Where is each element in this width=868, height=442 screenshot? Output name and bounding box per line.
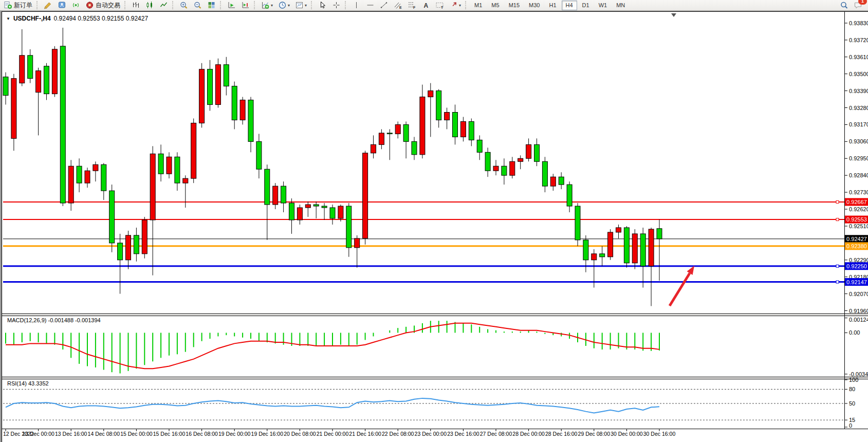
candle-body (44, 66, 49, 94)
auto-scroll-button[interactable] (225, 0, 238, 11)
timeframe-m5-button[interactable]: M5 (487, 1, 503, 10)
zoom-in-button[interactable] (177, 0, 190, 11)
candle-body (240, 100, 245, 120)
indicators-button[interactable]: ▾ (259, 0, 275, 11)
channel-button[interactable]: E (392, 0, 404, 11)
svg-text:F: F (413, 6, 416, 9)
timeframe-m30-button[interactable]: M30 (525, 1, 544, 10)
candle-body (338, 206, 343, 218)
notification-badge[interactable]: 1 (858, 0, 867, 5)
svg-text:T: T (441, 6, 444, 9)
candle-body (493, 166, 498, 171)
new-order-button[interactable]: 新订单 (2, 0, 34, 11)
trendline-button[interactable] (378, 0, 391, 11)
timeframe-h4-button[interactable]: H4 (562, 1, 577, 10)
candle-body (379, 133, 384, 144)
fibonacci-button[interactable]: F (405, 0, 418, 11)
label-button[interactable]: T (433, 0, 446, 11)
arrows-dropdown-icon[interactable]: ▾ (459, 3, 461, 8)
periods-button[interactable]: ▾ (276, 0, 292, 11)
chart-canvas[interactable]: 0.93830 0.93720 0.93610 0.93500 0.93390 … (2, 12, 868, 442)
crosshair-button[interactable] (330, 0, 343, 11)
cursor-button[interactable] (316, 0, 329, 11)
indicators-dropdown-icon[interactable]: ▾ (271, 3, 273, 8)
time-tick-label: 15 Dec 00:00 (120, 431, 153, 437)
timeframe-h1-button[interactable]: H1 (545, 1, 560, 10)
svg-text:0.92667: 0.92667 (846, 199, 867, 205)
candle-body (403, 124, 409, 141)
hline-handle[interactable] (836, 281, 839, 283)
new-order-label: 新订单 (14, 1, 32, 10)
candle-body (518, 158, 523, 161)
symbol-dropdown-icon[interactable]: ▼ (6, 16, 10, 21)
hline-handle[interactable] (836, 218, 839, 221)
timeframe-m1-button[interactable]: M1 (470, 1, 486, 10)
trendline-icon (380, 1, 389, 9)
hline-handle[interactable] (836, 265, 839, 267)
chart-candles-button[interactable] (143, 0, 156, 11)
price-tick-label: 0.92070 (849, 291, 868, 297)
timeframe-mn-button[interactable]: MN (612, 1, 629, 10)
templates-button[interactable]: ▾ (293, 0, 309, 11)
candle-body (428, 91, 433, 97)
terminal-button[interactable] (56, 0, 68, 11)
price-tick-label: 0.92730 (849, 189, 868, 195)
time-tick-label: 16 Dec 08:00 (186, 431, 218, 437)
candle-body (52, 49, 57, 94)
time-tick-label: 30 Dec 16:00 (643, 431, 676, 437)
signal-icon (71, 1, 80, 9)
price-tag-0.92380: 0.92380 (845, 242, 868, 250)
crayon-button[interactable] (42, 0, 54, 11)
arrows-button[interactable]: ▾ (447, 0, 463, 11)
chart-line-button[interactable] (157, 0, 170, 11)
toolbar-separator (220, 1, 223, 9)
candle-body (559, 177, 564, 185)
chart-bars-button[interactable] (130, 0, 142, 11)
candle-body (600, 254, 605, 257)
timeframe-w1-button[interactable]: W1 (595, 1, 612, 10)
hline-handle[interactable] (836, 200, 839, 203)
vline-button[interactable] (350, 0, 363, 11)
hline-icon (366, 1, 375, 9)
toolbar-right-group: 1 (837, 0, 865, 11)
candle-body (346, 206, 352, 248)
cursor-icon (318, 1, 327, 9)
rsi-label: RSI(14) 43.3352 (7, 380, 49, 386)
chart-shift-button[interactable] (239, 0, 252, 11)
candle-body (583, 240, 588, 260)
candle-body (534, 144, 540, 161)
templates-dropdown-icon[interactable]: ▾ (305, 3, 307, 8)
svg-text:0.001241: 0.001241 (849, 317, 868, 323)
candle-body (640, 234, 645, 266)
candle-body (101, 164, 106, 191)
auto-trading-button[interactable]: 自动交易 (83, 0, 122, 11)
candle-body (256, 141, 262, 169)
timeframe-d1-button[interactable]: D1 (578, 1, 594, 10)
chart-candles-icon (145, 1, 154, 9)
svg-text:0.92250: 0.92250 (846, 263, 867, 269)
text-button[interactable]: A (419, 0, 432, 11)
chat-button[interactable]: 1 (852, 0, 864, 11)
candle-body (183, 178, 188, 183)
svg-text:80: 80 (849, 386, 855, 392)
zoom-out-button[interactable] (191, 0, 204, 11)
candle-body (289, 203, 294, 220)
tile-windows-button[interactable] (205, 0, 218, 11)
zoom-out-icon (193, 1, 202, 9)
signal-button[interactable] (69, 0, 82, 11)
hline-button[interactable] (364, 0, 377, 11)
candle-body (412, 141, 417, 154)
auto-scroll-icon (227, 1, 236, 9)
candle-body (3, 77, 8, 96)
price-tick-label: 0.93390 (849, 88, 868, 94)
price-tick-label: 0.92290 (849, 257, 868, 263)
candle-body (191, 123, 196, 178)
crosshair-icon (332, 1, 341, 9)
candle-body (11, 79, 16, 139)
periods-dropdown-icon[interactable]: ▾ (288, 3, 290, 8)
search-button[interactable] (838, 0, 851, 11)
timeframe-m15-button[interactable]: M15 (505, 1, 524, 10)
price-tag-0.92427: 0.92427 (845, 235, 868, 243)
text-icon: A (421, 1, 430, 9)
candle-body (330, 208, 335, 218)
